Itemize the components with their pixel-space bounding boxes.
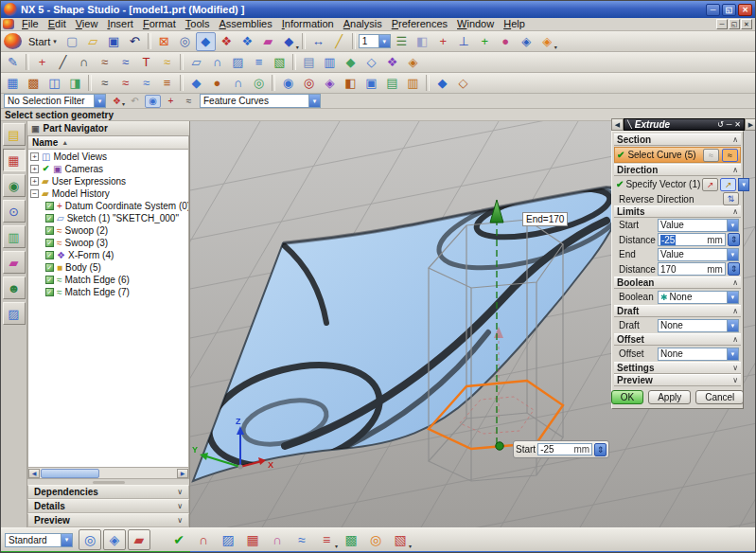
through-curves-button[interactable]: ≡ xyxy=(249,53,269,72)
start-distance-input[interactable]: -25 mm xyxy=(537,443,592,455)
feature-checkbox[interactable]: ✓ xyxy=(45,239,54,247)
section-curve-button[interactable]: ≈ xyxy=(136,74,156,93)
chevron-down-icon[interactable]: ▼ xyxy=(308,95,320,107)
chevron-down-icon[interactable]: ▾ xyxy=(122,102,125,107)
section-header[interactable]: Section ∧ xyxy=(614,134,741,146)
draft-analysis-button[interactable]: ∩ xyxy=(192,529,215,550)
studio-spline-button[interactable]: ≈ xyxy=(115,53,135,72)
text-tool-button[interactable]: T xyxy=(136,53,156,72)
sew-button[interactable]: ▤ xyxy=(382,74,402,93)
tree-item[interactable]: −▰Model History xyxy=(28,187,188,200)
tree-item[interactable]: +◫Model Views xyxy=(28,151,188,163)
line-analysis-button[interactable]: ╱ xyxy=(329,32,349,51)
dialog-reset-icon[interactable]: ↺ xyxy=(717,121,724,129)
minimize-icon[interactable]: ─ xyxy=(706,4,720,16)
vector-dialog-icon[interactable]: ↗ xyxy=(702,178,718,191)
menu-view[interactable]: View xyxy=(71,18,103,30)
chevron-down-icon[interactable]: ▼ xyxy=(727,348,738,360)
surface-continuity-button[interactable]: ∩ xyxy=(266,529,289,550)
feature-checkbox[interactable]: ✓ xyxy=(45,251,54,259)
unite-button[interactable]: ◉ xyxy=(278,74,298,93)
curve-rule-combo[interactable]: Feature Curves ▼ xyxy=(200,94,321,108)
move-component-button[interactable]: ❖ xyxy=(237,32,257,51)
i-form-button[interactable]: ◈ xyxy=(403,53,423,72)
save-button[interactable]: ▣ xyxy=(104,32,124,51)
dependencies-panel[interactable]: Dependencies ∨ xyxy=(27,485,189,499)
deselect-all-button[interactable]: ↶ xyxy=(127,95,143,108)
swoop-button[interactable]: ∩ xyxy=(207,53,227,72)
chevron-down-icon[interactable]: ▾ xyxy=(554,45,557,50)
feature-checkbox[interactable]: ✓ xyxy=(45,288,54,296)
studio-surface-button[interactable]: ▥ xyxy=(320,53,340,72)
offset-surface-button[interactable]: ▥ xyxy=(403,74,423,93)
x-form-button[interactable]: ❖ xyxy=(382,53,402,72)
select-curve-row[interactable]: ✔ Select Curve (5) ≈ ≈ xyxy=(614,147,741,163)
start-menu-button[interactable]: Start▾ xyxy=(24,32,62,51)
menu-tools[interactable]: Tools xyxy=(181,18,215,30)
object-display-button[interactable]: ● xyxy=(496,32,516,51)
tree-item[interactable]: ✓≈Match Edge (7) xyxy=(28,286,188,298)
layer-settings-button[interactable]: ☰ xyxy=(392,32,412,51)
effects-tab[interactable]: ▰ xyxy=(3,251,26,274)
select-curve-icon[interactable]: ≈ xyxy=(722,149,738,162)
intersect-button[interactable]: ◈ xyxy=(320,74,340,93)
line-tool-button[interactable]: ╱ xyxy=(53,53,73,72)
menu-help[interactable]: Help xyxy=(499,18,530,30)
feature-checkbox[interactable]: ✓ xyxy=(45,263,54,272)
curve-icon[interactable]: ≈ xyxy=(703,149,719,162)
palettes-tab[interactable]: ▥ xyxy=(3,225,26,248)
mdi-minimize-icon[interactable]: ─ xyxy=(716,19,728,29)
chevron-down-icon[interactable]: ▼ xyxy=(727,320,738,331)
start-option-combo[interactable]: Value ▼ xyxy=(658,219,739,232)
section-analysis-button[interactable]: ▰ xyxy=(128,529,150,550)
pattern-face-button[interactable]: ▩ xyxy=(24,74,44,93)
chevron-down-icon[interactable]: ▼ xyxy=(727,220,738,231)
scroll-right-icon[interactable]: ▶ xyxy=(177,469,188,478)
chevron-down-icon[interactable]: ▼ xyxy=(61,534,72,546)
arc-tool-button[interactable]: ∩ xyxy=(74,53,94,72)
menu-preferences[interactable]: Preferences xyxy=(387,18,452,30)
inferred-vector-icon[interactable]: ↗ xyxy=(720,178,736,191)
conic-tool-button[interactable]: ≈ xyxy=(95,53,114,72)
edge-blend-button[interactable]: ◆ xyxy=(432,74,452,93)
csys-orientation-button[interactable]: + xyxy=(475,32,495,51)
apply-button[interactable]: Apply xyxy=(648,390,691,404)
chevron-down-icon[interactable]: ▾ xyxy=(335,544,338,549)
styled-corner-button[interactable]: ◇ xyxy=(361,53,381,72)
tree-item[interactable]: +✔▣Cameras xyxy=(28,163,188,175)
measure-distance-button[interactable]: ↔ xyxy=(308,32,328,51)
four-point-surface-button[interactable]: ▱ xyxy=(186,53,206,72)
display-style-combo[interactable]: Standard ▼ xyxy=(5,533,73,547)
deviation-gauge-button[interactable]: ◎ xyxy=(364,529,387,550)
extrude-button[interactable]: ◆ xyxy=(186,74,206,93)
new-button[interactable]: ▢ xyxy=(62,32,82,51)
thicken-button[interactable]: ▣ xyxy=(361,74,381,93)
datum-csys-button[interactable]: ⊥ xyxy=(454,32,474,51)
snap-view-button[interactable]: ◈▾ xyxy=(537,32,557,51)
intersection-curve-button[interactable]: ≈ xyxy=(115,74,135,93)
end-distance-label[interactable]: End=170 xyxy=(522,212,568,226)
boolean-combo[interactable]: ✱ None ▼ xyxy=(658,291,739,304)
scrollbar-thumb[interactable] xyxy=(41,469,99,478)
chevron-down-icon[interactable]: ▼ xyxy=(727,249,738,260)
instance-geometry-button[interactable]: ▦ xyxy=(3,74,23,93)
sweep-button[interactable]: ∩ xyxy=(228,74,248,93)
examine-geometry-button[interactable]: ◎ xyxy=(79,529,101,550)
chevron-down-icon[interactable]: ▼ xyxy=(378,35,390,47)
expand-icon[interactable]: + xyxy=(30,152,39,161)
close-icon[interactable]: ✕ xyxy=(738,4,752,16)
boolean-header[interactable]: Boolean ∧ xyxy=(614,276,741,289)
ok-button[interactable]: OK xyxy=(611,390,643,404)
tree-item[interactable]: ✓≈Swoop (3) xyxy=(28,237,188,249)
web-browser-tab[interactable]: ◉ xyxy=(3,174,26,197)
mdi-restore-icon[interactable]: ◱ xyxy=(729,19,740,29)
specify-vector-row[interactable]: ✔ Specify Vector (1) ↗ ↗ ▼ xyxy=(614,176,741,192)
start-distance-field[interactable]: -25 mm xyxy=(658,233,726,246)
high-quality-image-button[interactable]: ▰ xyxy=(258,32,278,51)
part-navigator-tab[interactable]: ▦ xyxy=(3,149,26,171)
spinner-icon[interactable]: ⇕ xyxy=(728,233,740,246)
tree-item[interactable]: ✓≈Swoop (2) xyxy=(28,224,188,237)
ruled-surface-button[interactable]: ▨ xyxy=(228,53,248,72)
tube-button[interactable]: ◎ xyxy=(249,74,269,93)
sketch-button[interactable]: ✎ xyxy=(3,53,23,72)
